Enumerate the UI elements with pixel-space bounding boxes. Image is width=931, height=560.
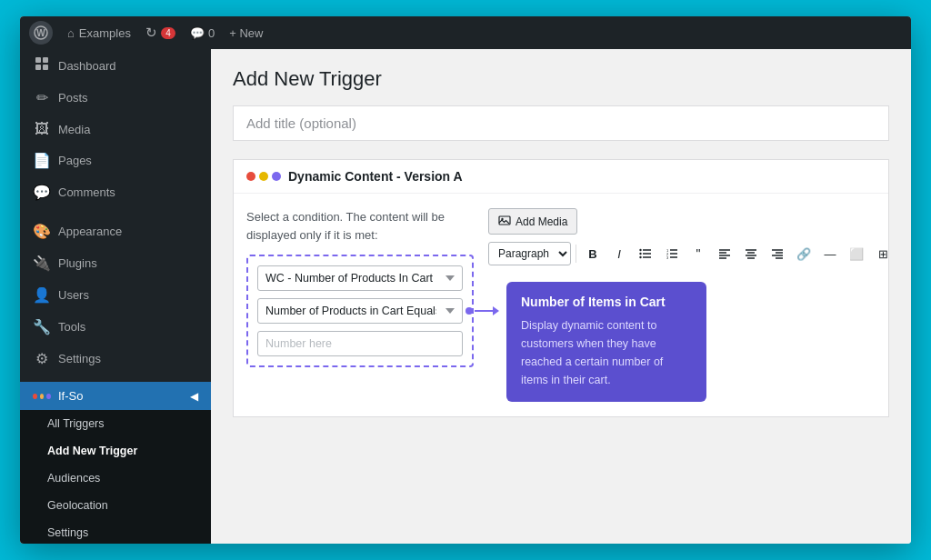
sidebar-item-tools[interactable]: 🔧 Tools bbox=[20, 311, 211, 343]
geolocation-label: Geolocation bbox=[47, 499, 108, 512]
arrow-dot bbox=[466, 307, 473, 315]
updates-count: 4 bbox=[161, 27, 175, 39]
topbar-new[interactable]: + New bbox=[229, 26, 263, 40]
ul-button[interactable] bbox=[634, 242, 657, 265]
align-center-button[interactable] bbox=[739, 242, 763, 265]
block-dots bbox=[246, 172, 281, 181]
sidebar-item-posts[interactable]: ✏ Posts bbox=[20, 82, 211, 114]
format-select[interactable]: Paragraph bbox=[488, 242, 571, 265]
home-icon: ⌂ bbox=[67, 26, 75, 40]
align-left-button[interactable] bbox=[713, 242, 736, 265]
plugins-label: Plugins bbox=[58, 256, 97, 270]
comments-icon: 💬 bbox=[33, 184, 51, 201]
tools-label: Tools bbox=[58, 320, 85, 334]
topbar-updates[interactable]: ↻ 4 bbox=[145, 25, 175, 41]
block-title: Dynamic Content - Version A bbox=[288, 169, 463, 184]
sidebar-item-dashboard[interactable]: Dashboard bbox=[20, 49, 211, 82]
table-button[interactable]: ⊞ bbox=[871, 242, 895, 265]
sidebar-item-comments[interactable]: 💬 Comments bbox=[20, 176, 211, 208]
submenu-settings[interactable]: Settings bbox=[20, 519, 211, 544]
svg-rect-3 bbox=[43, 57, 48, 63]
block-body: Select a condition. The content will be … bbox=[234, 194, 888, 416]
topbar-comments[interactable]: 💬 0 bbox=[190, 26, 215, 40]
sidebar: Dashboard ✏ Posts 🖼 Media 📄 Pages 💬 Comm… bbox=[20, 49, 211, 544]
users-label: Users bbox=[58, 288, 89, 302]
media-icon-small bbox=[498, 214, 511, 229]
sidebar-item-media[interactable]: 🖼 Media bbox=[20, 114, 211, 145]
editor-toolbar-row1: Add Media bbox=[488, 208, 895, 235]
all-triggers-label: All Triggers bbox=[47, 417, 105, 430]
svg-text:W: W bbox=[36, 28, 45, 38]
posts-icon: ✏ bbox=[33, 89, 51, 106]
pages-icon: 📄 bbox=[33, 152, 51, 169]
svg-point-12 bbox=[639, 253, 641, 255]
new-label: + New bbox=[229, 26, 263, 40]
sidebar-item-users[interactable]: 👤 Users bbox=[20, 279, 211, 311]
block-header: Dynamic Content - Version A bbox=[234, 160, 888, 194]
hr-button[interactable]: — bbox=[818, 242, 842, 265]
updates-icon: ↻ bbox=[145, 25, 157, 41]
audiences-label: Audiences bbox=[47, 472, 100, 485]
dashboard-icon bbox=[33, 56, 51, 75]
fullscreen-button[interactable]: ⬜ bbox=[845, 242, 868, 265]
sidebar-item-appearance[interactable]: 🎨 Appearance bbox=[20, 215, 211, 247]
ifso-icon bbox=[33, 394, 51, 399]
dot-3 bbox=[272, 172, 281, 181]
page-title: Add New Trigger bbox=[233, 67, 889, 91]
block-right: Add Media Paragraph B I bbox=[488, 208, 895, 402]
title-input[interactable] bbox=[234, 106, 888, 140]
ifso-label: If-So bbox=[58, 389, 83, 403]
topbar: W ⌂ Examples ↻ 4 💬 0 + New bbox=[20, 16, 911, 49]
align-right-button[interactable] bbox=[766, 242, 789, 265]
dot-2 bbox=[259, 172, 268, 181]
tooltip-popup: Number of Items in Cart Display dynamic … bbox=[506, 282, 706, 402]
add-media-button[interactable]: Add Media bbox=[488, 208, 577, 235]
pages-label: Pages bbox=[58, 154, 92, 167]
wp-logo[interactable]: W bbox=[29, 21, 53, 45]
svg-rect-5 bbox=[43, 65, 48, 70]
settings-label: Settings bbox=[58, 352, 101, 365]
add-new-trigger-label: Add New Trigger bbox=[47, 445, 137, 457]
main-layout: Dashboard ✏ Posts 🖼 Media 📄 Pages 💬 Comm… bbox=[20, 49, 911, 544]
settings-icon: ⚙ bbox=[33, 350, 51, 367]
submenu-add-new-trigger[interactable]: Add New Trigger bbox=[20, 437, 211, 465]
condition-box: WC - Number of Products In Cart Number o… bbox=[246, 255, 474, 367]
dashboard-label: Dashboard bbox=[58, 59, 116, 73]
italic-button[interactable]: I bbox=[607, 242, 631, 265]
svg-point-13 bbox=[639, 256, 641, 258]
topbar-site[interactable]: ⌂ Examples bbox=[67, 26, 131, 40]
condition-dropdown-2[interactable]: Number of Products in Cart Equals to bbox=[257, 298, 463, 324]
condition-dropdown-1[interactable]: WC - Number of Products In Cart bbox=[257, 265, 463, 291]
svg-rect-2 bbox=[35, 57, 41, 63]
bold-button[interactable]: B bbox=[581, 242, 605, 265]
condition-description: Select a condition. The content will be … bbox=[246, 208, 474, 244]
tools-icon: 🔧 bbox=[33, 318, 51, 335]
app-window: W ⌂ Examples ↻ 4 💬 0 + New bbox=[20, 16, 911, 544]
media-icon: 🖼 bbox=[33, 121, 51, 137]
site-name: Examples bbox=[79, 26, 131, 40]
comments-label: Comments bbox=[58, 185, 115, 199]
sidebar-item-settings[interactable]: ⚙ Settings bbox=[20, 343, 211, 375]
svg-point-11 bbox=[639, 249, 641, 251]
content-area: Add New Trigger Dynamic Content - Versio… bbox=[211, 49, 911, 544]
sidebar-item-pages[interactable]: 📄 Pages bbox=[20, 145, 211, 176]
link-button[interactable]: 🔗 bbox=[792, 242, 816, 265]
users-icon: 👤 bbox=[33, 286, 51, 304]
format-toolbar: Paragraph B I 123 " bbox=[488, 242, 895, 265]
number-input[interactable] bbox=[257, 331, 463, 356]
blockquote-button[interactable]: " bbox=[686, 242, 710, 265]
block-editor: Dynamic Content - Version A Select a con… bbox=[233, 159, 889, 417]
ol-button[interactable]: 123 bbox=[660, 242, 684, 265]
submenu-geolocation[interactable]: Geolocation bbox=[20, 492, 211, 519]
submenu-audiences[interactable]: Audiences bbox=[20, 465, 211, 492]
title-input-wrapper bbox=[233, 105, 889, 141]
sidebar-item-ifso[interactable]: If-So ◀ bbox=[20, 382, 211, 410]
plugins-icon: 🔌 bbox=[33, 255, 51, 272]
posts-label: Posts bbox=[58, 91, 88, 105]
arrow-head bbox=[493, 306, 499, 315]
dot-1 bbox=[246, 172, 255, 181]
comments-count: 0 bbox=[208, 26, 215, 40]
submenu-all-triggers[interactable]: All Triggers bbox=[20, 410, 211, 437]
block-left: Select a condition. The content will be … bbox=[246, 208, 474, 402]
sidebar-item-plugins[interactable]: 🔌 Plugins bbox=[20, 247, 211, 279]
